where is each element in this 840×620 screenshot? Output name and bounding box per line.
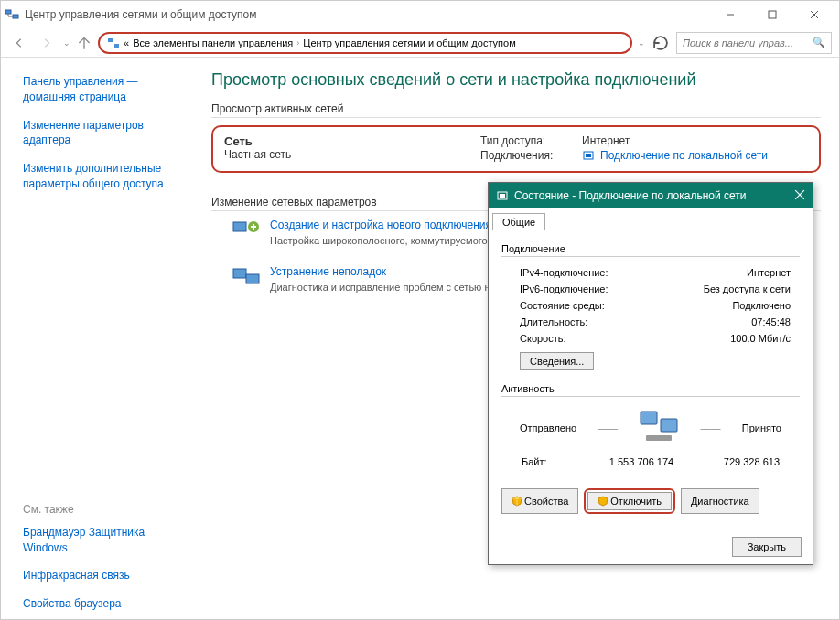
network-kind: Частная сеть xyxy=(224,148,480,161)
sidebar: Панель управления — домашняя страница Из… xyxy=(1,58,184,619)
svg-rect-13 xyxy=(246,274,259,283)
ipv4-value: Интернет xyxy=(747,267,791,278)
sent-label: Отправлено xyxy=(520,422,576,433)
troubleshoot-icon xyxy=(232,265,261,291)
sidebar-browser-link[interactable]: Свойства браузера xyxy=(23,596,171,612)
speed-value: 100.0 Мбит/с xyxy=(730,333,791,344)
svg-rect-12 xyxy=(233,269,246,278)
disable-button[interactable]: Отключить xyxy=(587,492,672,510)
svg-rect-3 xyxy=(769,11,776,18)
nav-back-button[interactable] xyxy=(8,32,30,54)
dialog-close-button[interactable] xyxy=(794,189,805,203)
details-button[interactable]: Сведения... xyxy=(520,352,594,370)
search-icon: 🔍 xyxy=(813,37,825,48)
disable-label: Отключить xyxy=(610,496,662,507)
nav-up-button[interactable] xyxy=(76,35,92,51)
svg-rect-0 xyxy=(5,10,11,14)
navbar: ⌄ « Все элементы панели управления › Цен… xyxy=(1,28,839,58)
shield-icon xyxy=(598,496,608,507)
sidebar-home-link[interactable]: Панель управления — домашняя страница xyxy=(23,74,171,105)
sidebar-infrared-link[interactable]: Инфракрасная связь xyxy=(23,568,171,583)
active-networks-label: Просмотр активных сетей xyxy=(211,102,821,115)
search-input[interactable] xyxy=(683,37,809,48)
connection-fieldset-label: Подключение xyxy=(501,243,800,254)
speed-label: Скорость: xyxy=(520,333,566,344)
dialog-body: Подключение IPv4-подключение:Интернет IP… xyxy=(489,230,813,529)
close-button[interactable] xyxy=(793,1,835,28)
svg-rect-7 xyxy=(114,44,119,48)
main-window: Центр управления сетями и общим доступом… xyxy=(0,0,840,620)
properties-label: Свойства xyxy=(524,496,568,507)
address-bar[interactable]: « Все элементы панели управления › Центр… xyxy=(98,32,632,54)
ipv4-label: IPv4-подключение: xyxy=(520,267,608,278)
media-label: Состояние среды: xyxy=(520,300,605,311)
sidebar-adapter-link[interactable]: Изменение параметров адаптера xyxy=(23,118,171,149)
duration-value: 07:45:48 xyxy=(751,316,791,327)
svg-rect-19 xyxy=(661,419,677,432)
svg-rect-1 xyxy=(13,15,18,18)
svg-rect-9 xyxy=(586,154,591,157)
ethernet-icon xyxy=(496,189,509,202)
recent-dropdown[interactable]: ⌄ xyxy=(63,38,70,48)
window-title: Центр управления сетями и общим доступом xyxy=(25,8,257,21)
titlebar: Центр управления сетями и общим доступом xyxy=(1,1,839,28)
minimize-button[interactable] xyxy=(709,1,751,28)
close-dialog-button[interactable]: Закрыть xyxy=(732,537,802,557)
search-box[interactable]: 🔍 xyxy=(676,32,832,54)
divider xyxy=(211,117,821,118)
connections-label: Подключения: xyxy=(480,149,576,162)
recv-label: Принято xyxy=(742,422,781,433)
computers-icon xyxy=(639,410,679,446)
media-value: Подключено xyxy=(732,300,791,311)
activity-fieldset-label: Активность xyxy=(501,383,800,394)
svg-rect-18 xyxy=(641,412,657,424)
ipv6-label: IPv6-подключение: xyxy=(520,283,608,294)
dialog-title: Состояние - Подключение по локальной сет… xyxy=(514,189,747,202)
dialog-footer: Закрыть xyxy=(489,529,813,564)
see-also-label: См. также xyxy=(23,503,171,516)
address-dropdown[interactable]: ⌄ xyxy=(638,38,645,48)
diagnose-button[interactable]: Диагностика xyxy=(681,488,759,514)
sidebar-firewall-link[interactable]: Брандмауэр Защитника Windows xyxy=(23,525,171,556)
ipv6-value: Без доступа к сети xyxy=(704,283,791,294)
properties-button[interactable]: Свойства xyxy=(501,488,578,514)
divider xyxy=(501,396,800,397)
breadcrumb-prefix: « xyxy=(124,37,129,48)
ethernet-icon xyxy=(582,149,595,162)
chevron-right-icon: › xyxy=(296,38,299,48)
page-title: Просмотр основных сведений о сети и наст… xyxy=(211,70,821,90)
svg-rect-10 xyxy=(233,222,246,231)
bytes-sent: 1 553 706 174 xyxy=(596,456,687,467)
activity-graphic: Отправлено —— —— Принято xyxy=(501,404,800,454)
sidebar-sharing-link[interactable]: Изменить дополнительные параметры общего… xyxy=(23,161,171,192)
nav-forward-button[interactable] xyxy=(36,32,58,54)
maximize-button[interactable] xyxy=(751,1,793,28)
tab-general[interactable]: Общие xyxy=(492,213,545,230)
access-type-label: Тип доступа: xyxy=(480,134,576,147)
disable-highlight: Отключить xyxy=(584,488,675,514)
connection-link[interactable]: Подключение по локальной сети xyxy=(600,149,768,162)
network-center-icon xyxy=(5,7,19,22)
svg-rect-6 xyxy=(108,38,113,42)
bytes-recv: 729 328 613 xyxy=(688,456,780,467)
dialog-button-row: Свойства Отключить Диагностика xyxy=(501,488,800,514)
divider xyxy=(501,256,800,257)
duration-label: Длительность: xyxy=(520,316,587,327)
dialog-titlebar: Состояние - Подключение по локальной сет… xyxy=(489,183,813,208)
network-icon xyxy=(107,37,120,49)
shield-icon xyxy=(512,496,522,507)
new-connection-icon xyxy=(232,219,261,244)
svg-rect-15 xyxy=(500,194,505,198)
status-dialog: Состояние - Подключение по локальной сет… xyxy=(488,182,813,565)
active-network-box: Сеть Частная сеть Тип доступа: Интернет … xyxy=(211,125,821,173)
breadcrumb-item-2[interactable]: Центр управления сетями и общим доступом xyxy=(303,37,515,48)
dialog-tabs: Общие xyxy=(489,208,813,230)
bytes-label: Байт: xyxy=(522,456,595,467)
breadcrumb-item-1[interactable]: Все элементы панели управления xyxy=(133,37,293,48)
network-name: Сеть xyxy=(224,134,480,148)
access-type-value: Интернет xyxy=(582,134,630,147)
svg-rect-20 xyxy=(646,435,672,441)
refresh-button[interactable] xyxy=(651,33,671,53)
